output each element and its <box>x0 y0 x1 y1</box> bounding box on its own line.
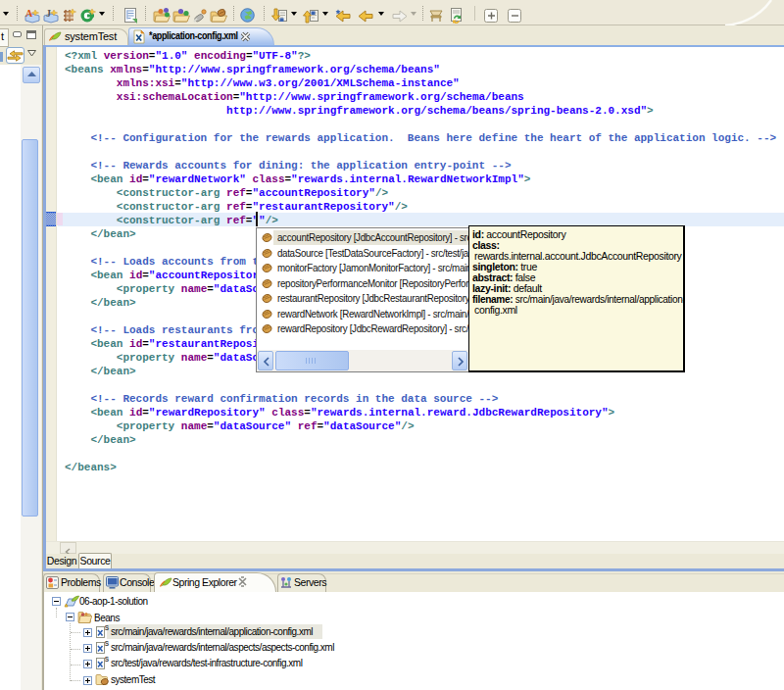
svg-text:J: J <box>46 8 51 19</box>
svg-text:S: S <box>105 656 110 663</box>
svg-text:S: S <box>105 624 110 631</box>
svg-text:A: A <box>25 8 33 19</box>
svg-text:S: S <box>105 640 110 647</box>
